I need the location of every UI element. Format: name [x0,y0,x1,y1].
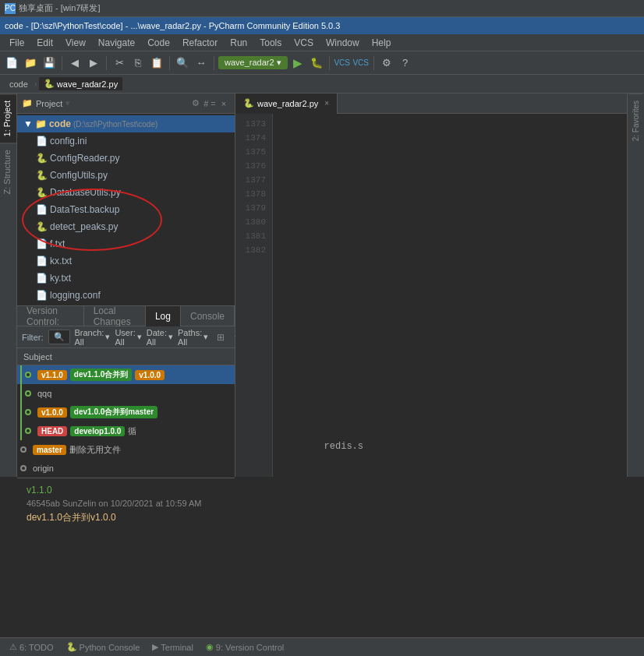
filter-date[interactable]: Date: All ▾ [147,328,173,347]
toolbar-copy[interactable]: ⎘ [129,55,147,72]
window-title-text: code - [D:\szl\PythonTest\code] - ...\wa… [5,21,340,30]
panel-pin-icon[interactable]: # = [203,97,216,110]
menu-refactor[interactable]: Refactor [176,36,224,50]
tree-item-8[interactable]: 📄 ky.txt [17,270,235,287]
panel-close-icon[interactable]: × [218,97,230,110]
status-terminal[interactable]: ▶ Terminal [147,638,198,656]
tree-item-5[interactable]: 🐍 detect_peaks.py [17,218,235,235]
code-area: 1373 1374 1375 1376 1377 1378 1379 1380 … [235,114,644,477]
menu-view[interactable]: View [59,36,92,50]
editor-tabs: 🐍 wave_radar2.py × [235,93,644,114]
menu-code[interactable]: Code [141,36,176,50]
status-todo[interactable]: ⚠ 6: TODO [5,638,58,656]
subject-header-label: Subject [23,352,52,362]
file-name-5: detect_peaks.py [50,221,118,232]
filter-btn-1[interactable]: ⊞ [213,330,228,345]
toolbar-back[interactable]: ◀ [66,55,83,72]
file-icon-9: 📄 [36,290,48,301]
toolbar-vcs-update[interactable]: VCS [334,55,351,72]
status-vcs[interactable]: ◉ 9: Version Control [201,638,288,656]
toolbar-open[interactable]: 📁 [22,55,39,72]
code-content[interactable]: redis.s logger.info ... [273,114,644,477]
todo-label: 6: TODO [19,643,54,652]
tree-root-label: code [49,118,71,129]
tree-item-0[interactable]: 📄 config.ini [17,132,235,150]
menu-tools[interactable]: Tools [253,36,288,50]
menu-help[interactable]: Help [366,36,398,50]
commit-row-4[interactable]: master 删除无用文件 [17,440,235,459]
toolbar-cut[interactable]: ✂ [111,55,128,72]
status-python-console[interactable]: 🐍 Python Console [62,638,145,656]
tree-root-path: (D:\szl\PythonTest\code) [73,120,157,129]
commit-row-0[interactable]: v1.1.0 dev1.1.0合并到 v1.0.0 [17,365,235,384]
breadcrumb-file[interactable]: 🐍 wave_radar2.py [39,77,122,90]
toolbar-save[interactable]: 💾 [41,55,58,72]
vcs-label: 9: Version Control [216,643,284,652]
tree-item-2[interactable]: 🐍 ConfigUtils.py [17,167,235,184]
toolbar-forward[interactable]: ▶ [85,55,102,72]
graph-line-2 [20,403,22,421]
tree-item-1[interactable]: 🐍 ConfigReader.py [17,150,235,167]
tree-item-4[interactable]: 📄 DataTest.backup [17,201,235,218]
toolbar-replace[interactable]: ↔ [193,55,210,72]
todo-icon: ⚠ [9,642,17,652]
commit-row-2[interactable]: v1.0.0 dev1.0.0合并到master [17,403,235,421]
filter-branch[interactable]: Branch: All ▾ [75,328,111,347]
toolbar-new[interactable]: 📄 [3,55,20,72]
commit-row-5[interactable]: origin [17,459,235,478]
editor-tab-close[interactable]: × [324,99,329,108]
filter-input[interactable]: 🔍 [48,330,70,344]
graph-line-3 [20,421,22,440]
filter-paths[interactable]: Paths: All ▾ [178,328,208,347]
toolbar-vcs-commit[interactable]: VCS [352,55,370,72]
tree-root[interactable]: ▼ 📁 code (D:\szl\PythonTest\code) [17,115,235,132]
commit-tag-dev110: dev1.1.0合并到 [70,369,132,381]
commit-hash: v1.1.0 [27,485,225,496]
filter-user[interactable]: User: All ▾ [115,328,141,347]
commit-dot-3 [25,428,31,434]
commit-text-4: 删除无用文件 [69,444,121,456]
tree-item-9[interactable]: 📄 logging.conf [17,287,235,304]
commit-row-1[interactable]: qqq [17,384,235,403]
filter-paths-arrow: ▾ [203,332,208,342]
menu-file[interactable]: File [3,36,30,50]
tab-log[interactable]: Log [146,306,181,326]
code-line-7: redis.s [279,439,638,453]
side-tab-project[interactable]: 1: Project [0,93,16,143]
toolbar-find[interactable]: 🔍 [174,55,191,72]
title-bar: PC 独享桌面 - [win7研发] [0,0,644,17]
toolbar-paste[interactable]: 📋 [148,55,165,72]
breadcrumb-code[interactable]: code [5,78,33,90]
tab-local-changes[interactable]: Local Changes [84,306,146,326]
menu-navigate[interactable]: Navigate [92,36,141,50]
toolbar-debug-btn[interactable]: 🐛 [308,55,325,72]
commit-graph-2 [20,403,31,421]
side-tab-structure[interactable]: Z: Structure [0,143,16,200]
toolbar-run-btn[interactable]: ▶ [289,55,306,72]
menu-run[interactable]: Run [224,36,253,50]
commit-list: Subject v1.1.0 dev1.1.0合并到 v1.0.0 [17,348,235,478]
tab-console[interactable]: Console [181,306,235,326]
menu-window[interactable]: Window [320,36,366,50]
project-header: 📁 Project ▾ ⚙ # = × [17,93,235,114]
toolbar-settings[interactable]: ⚙ [378,55,395,72]
line-num-0: 1373 [242,117,266,131]
file-icon-4: 📄 [36,204,48,215]
code-line-6 [279,397,638,411]
editor-tab-main[interactable]: 🐍 wave_radar2.py × [235,93,338,114]
commit-tag2-dev100: dev1.0.0合并到master [70,406,157,418]
side-tab-favorites[interactable]: 2: Favorites [629,93,642,147]
toolbar-sep-4 [214,56,214,70]
toolbar-run-config[interactable]: wave_radar2 ▾ [218,56,288,69]
menu-edit[interactable]: Edit [30,36,59,50]
menu-vcs[interactable]: VCS [288,36,320,50]
panel-gear-icon[interactable]: ⚙ [189,97,202,110]
tree-item-3[interactable]: 🐍 DatabaseUtils.py [17,184,235,201]
editor-tab-icon: 🐍 [243,98,254,108]
tab-version-control[interactable]: Version Control: [17,306,84,326]
tree-item-7[interactable]: 📄 kx.txt [17,252,235,270]
tree-item-6[interactable]: 📄 f.txt [17,235,235,252]
breadcrumb-sep: › [34,79,37,90]
toolbar-help[interactable]: ? [397,55,414,72]
commit-row-3[interactable]: HEAD develop1.0.0 循 [17,421,235,440]
